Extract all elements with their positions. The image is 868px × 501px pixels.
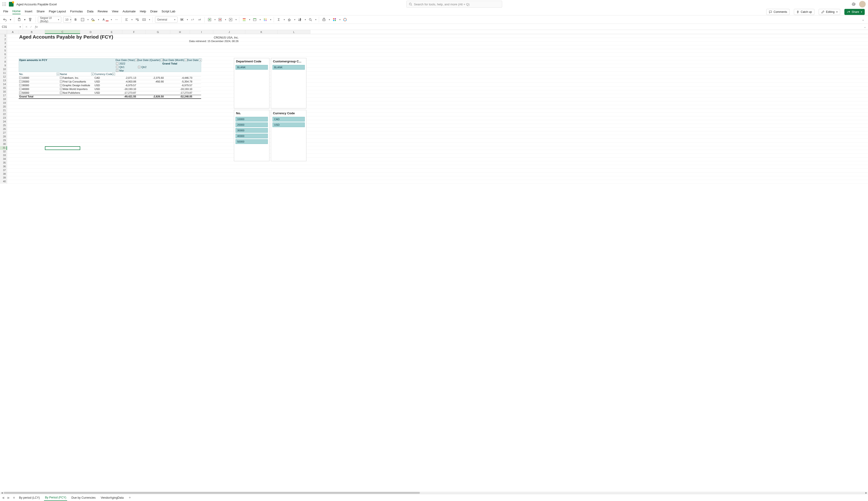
row-header[interactable]: 4: [0, 45, 7, 49]
pivot-qtr2[interactable]: +Qtr2: [138, 66, 146, 68]
fill-color-button[interactable]: [91, 17, 96, 22]
menu-page-layout[interactable]: Page Layout: [49, 10, 66, 14]
menu-review[interactable]: Review: [98, 10, 108, 14]
format-cells-button[interactable]: [228, 17, 233, 22]
autosum-button[interactable]: Σ: [276, 17, 281, 22]
row-header[interactable]: 24: [0, 120, 7, 124]
borders-button[interactable]: [80, 17, 85, 22]
sheet-tab[interactable]: By period (LCY): [18, 495, 41, 501]
row-header[interactable]: 22: [0, 113, 7, 116]
row-header[interactable]: 19: [0, 102, 7, 105]
more-font-options[interactable]: ⋯: [114, 17, 119, 22]
copilot-button[interactable]: [343, 17, 347, 22]
slicer-no[interactable]: No. 10000 20000 30000 40000 50000: [234, 110, 270, 161]
table-row[interactable]: −40000 −Wide World Importers USD -18,193…: [19, 87, 201, 91]
row-header[interactable]: 9: [0, 64, 7, 68]
search-input[interactable]: Search for tools, help, and more (Alt + …: [406, 1, 502, 8]
increase-decimal-button[interactable]: .0: [190, 17, 195, 22]
delete-cells-button[interactable]: [218, 17, 223, 22]
row-header[interactable]: 25: [0, 124, 7, 128]
sheet-nav-next[interactable]: ▶: [8, 496, 10, 499]
conditional-formatting-button[interactable]: [242, 17, 247, 22]
row-header[interactable]: 20: [0, 105, 7, 109]
number-format-combo[interactable]: General▾: [155, 17, 178, 23]
catch-up-button[interactable]: Catch up: [794, 9, 814, 15]
document-title[interactable]: Aged Accounts Payable Excel: [17, 2, 57, 6]
slicer-item[interactable]: 10000: [236, 117, 268, 121]
font-size-combo[interactable]: 10▾: [63, 17, 71, 23]
slicer-currency[interactable]: Currency Code CAD USD: [271, 110, 306, 161]
add-sheet-button[interactable]: ＋: [128, 495, 132, 500]
paste-split[interactable]: ▾: [24, 17, 26, 22]
insert-cells-button[interactable]: [207, 17, 212, 22]
row-header[interactable]: 17: [0, 94, 7, 98]
format-as-table-button[interactable]: [252, 17, 257, 22]
table-row[interactable]: −50000 −Nod Publishers USD -17,273.87 -1…: [19, 91, 201, 95]
gear-icon[interactable]: [851, 2, 856, 6]
pivot-month-mar[interactable]: +Mar: [116, 69, 124, 72]
menu-formulas[interactable]: Formulas: [70, 10, 83, 14]
row-header[interactable]: 5: [0, 49, 7, 53]
row-header[interactable]: 18: [0, 98, 7, 102]
user-avatar[interactable]: [859, 1, 866, 8]
row-header[interactable]: 13: [0, 79, 7, 83]
undo-button[interactable]: [2, 17, 8, 22]
menu-help[interactable]: Help: [140, 10, 146, 14]
font-name-combo[interactable]: Segoe UI (Body)▾: [38, 17, 61, 23]
decrease-decimal-button[interactable]: .00: [197, 17, 202, 22]
all-sheets-button[interactable]: ≡: [13, 496, 15, 499]
sensitivity-button[interactable]: [321, 17, 326, 22]
row-header[interactable]: 10: [0, 68, 7, 72]
comments-button[interactable]: Comments: [766, 9, 789, 15]
row-header[interactable]: 11: [0, 72, 7, 75]
slicer-item[interactable]: BLANK: [272, 65, 305, 70]
collapse-icon[interactable]: −: [116, 66, 118, 68]
slicer-item[interactable]: 40000: [236, 134, 268, 138]
row-header[interactable]: 15: [0, 86, 7, 90]
row-header[interactable]: 6: [0, 53, 7, 56]
editing-mode-button[interactable]: Editing ▾: [819, 9, 840, 15]
clear-button[interactable]: [287, 17, 292, 22]
align-button[interactable]: [124, 17, 129, 22]
expand-icon[interactable]: +: [116, 70, 118, 72]
row-header[interactable]: 40: [0, 180, 7, 184]
pivot-year-value[interactable]: −2022: [116, 62, 125, 65]
slicer-item[interactable]: USD: [272, 122, 305, 127]
fx-icon[interactable]: ƒx: [35, 25, 38, 29]
row-header[interactable]: 37: [0, 169, 7, 172]
slicer-item[interactable]: CAD: [272, 117, 305, 121]
slicer-item[interactable]: 20000: [236, 122, 268, 127]
menu-share[interactable]: Share: [36, 10, 45, 14]
scroll-left-icon[interactable]: ◀: [0, 492, 3, 494]
sort-filter-button[interactable]: AZ: [297, 17, 302, 22]
format-painter-button[interactable]: [28, 17, 33, 22]
cell-styles-button[interactable]: [263, 17, 268, 22]
slicer-department[interactable]: Department Code BLANK: [234, 58, 270, 108]
slicer-item[interactable]: 30000: [236, 128, 268, 133]
row-header[interactable]: 34: [0, 158, 7, 161]
filter-currency-button[interactable]: ▾: [112, 73, 115, 75]
find-button[interactable]: [308, 17, 313, 22]
ribbon-collapse-button[interactable]: ⌄: [860, 17, 866, 22]
merge-button[interactable]: [142, 17, 147, 22]
menu-draw[interactable]: Draw: [150, 10, 157, 14]
row-header[interactable]: 35: [0, 161, 7, 165]
menu-insert[interactable]: Insert: [25, 10, 32, 14]
row-header[interactable]: 39: [0, 176, 7, 180]
row-header[interactable]: 12: [0, 75, 7, 79]
row-header[interactable]: 1: [0, 34, 7, 38]
filter-duedate-button[interactable]: ▾: [199, 58, 202, 62]
table-row[interactable]: −20000 −First Up Consultants USD -4,903.…: [19, 80, 201, 84]
cancel-formula-icon[interactable]: ✕: [25, 25, 28, 29]
scroll-right-icon[interactable]: ▶: [865, 492, 868, 494]
collapse-icon[interactable]: −: [116, 62, 118, 65]
formula-bar-expand[interactable]: ⌄: [864, 25, 868, 29]
menu-automate[interactable]: Automate: [123, 10, 136, 14]
row-header[interactable]: 16: [0, 90, 7, 94]
scrollbar-thumb[interactable]: [4, 492, 420, 494]
row-header[interactable]: 36: [0, 165, 7, 169]
select-all-corner[interactable]: [0, 30, 7, 34]
expand-icon[interactable]: +: [138, 66, 140, 68]
share-button[interactable]: Share ▾: [844, 9, 865, 15]
sheet-tab[interactable]: Due by Currencies: [70, 495, 97, 501]
